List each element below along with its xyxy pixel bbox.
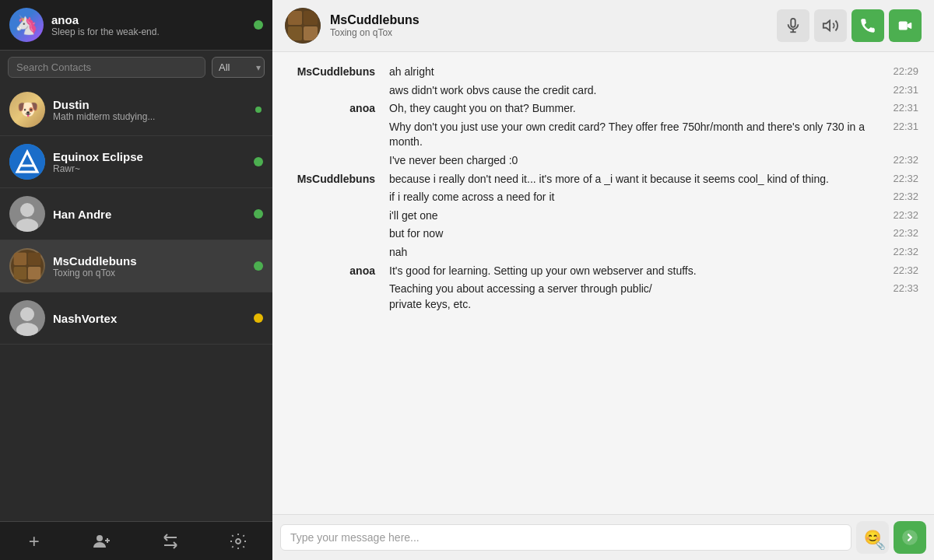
message-content: Teaching you about accessing a server th… [389,282,883,312]
svg-rect-19 [288,26,302,40]
chat-contact-status: Toxing on qTox [330,27,777,38]
contact-preview: Toxing on qTox [53,268,254,278]
filter-wrapper: All Online Offline [212,57,265,78]
message-content: Why don't you just use your own credit c… [389,120,883,150]
contact-name: Han Andre [53,208,254,221]
contact-preview: Rawr~ [53,163,254,174]
filter-select[interactable]: All Online Offline [212,57,265,78]
chat-panel: MsCuddlebuns Toxing on qTox [272,0,934,560]
status-indicator-nashvortex [254,313,263,323]
svg-rect-7 [28,253,40,265]
message-content: but for now [389,226,883,242]
avatar-equinox [9,144,45,180]
message-sender [288,190,389,191]
svg-point-3 [20,203,34,217]
message-sender [288,226,389,227]
search-input[interactable] [8,57,205,78]
chat-header: MsCuddlebuns Toxing on qTox [272,0,934,52]
message-row: Teaching you about accessing a server th… [288,282,918,312]
avatar: 🦄 [9,8,44,42]
message-input[interactable] [280,524,851,551]
svg-rect-9 [28,267,40,279]
message-sender [288,120,389,121]
add-button[interactable]: + [23,530,45,552]
avatar-mscuddlebuns [9,248,45,284]
svg-rect-20 [304,26,318,40]
message-row: i'll get one 22:32 [288,208,918,224]
chat-contact-avatar [285,8,321,44]
message-content: because i really don't need it... it's m… [389,172,883,187]
message-row: nah 22:32 [288,245,918,261]
svg-marker-24 [823,21,830,31]
add-contact-button[interactable] [91,530,113,552]
contact-name: NashVortex [53,312,254,325]
user-online-indicator [254,20,263,30]
contact-item-mscuddlebuns[interactable]: MsCuddlebuns Toxing on qTox [0,240,272,292]
chat-header-info: MsCuddlebuns Toxing on qTox [330,13,777,38]
message-content: I've never been charged :0 [389,153,883,169]
emoji-button[interactable]: 😊 📎 [856,521,889,554]
message-time: 22:31 [893,120,918,132]
message-time: 22:32 [893,172,918,184]
speaker-button[interactable] [814,9,847,42]
message-content: ah alright [389,65,883,80]
message-content: i'll get one [389,208,883,224]
mute-button[interactable] [777,9,809,42]
contact-info-nashvortex: NashVortex [53,312,254,325]
message-sender [288,153,389,154]
message-sender: anoa [288,264,389,277]
message-sender [288,245,389,246]
svg-rect-18 [304,11,318,25]
contact-item-han[interactable]: Han Andre [0,188,272,240]
message-content: Oh, they caught you on that? Bummer. [389,101,883,117]
svg-point-26 [903,530,917,544]
user-name: anoa [51,13,254,26]
svg-rect-25 [899,22,908,30]
contact-info-mscuddlebuns: MsCuddlebuns Toxing on qTox [53,254,254,278]
message-row: aws didn't work obvs cause the credit ca… [288,83,918,99]
message-time: 22:32 [893,245,918,257]
contact-item-dustin[interactable]: 🐶 Dustin Math midterm studying... [0,84,272,136]
sidebar-bottom-toolbar: + [0,521,272,560]
svg-rect-6 [14,253,26,265]
current-user-header: 🦄 anoa Sleep is for the weak-end. [0,0,272,51]
sidebar: 🦄 anoa Sleep is for the weak-end. All On… [0,0,272,560]
message-row: anoa It's good for learning. Setting up … [288,264,918,279]
message-content: It's good for learning. Setting up your … [389,264,883,279]
user-info: anoa Sleep is for the weak-end. [51,13,254,37]
status-indicator-han [254,209,263,219]
message-sender [288,208,389,209]
message-row: MsCuddlebuns because i really don't need… [288,172,918,187]
message-time: 22:33 [893,282,918,294]
message-sender [288,282,389,282]
chat-contact-name: MsCuddlebuns [330,13,777,27]
chat-header-actions [777,9,922,42]
message-row: if i really come across a need for it 22… [288,190,918,205]
contacts-list: 🐶 Dustin Math midterm studying... Equino… [0,84,272,521]
contact-name: Dustin [53,98,254,111]
message-time: 22:32 [893,226,918,239]
svg-point-4 [16,219,38,232]
message-content: if i really come across a need for it [389,190,883,205]
contact-item-equinox[interactable]: Equinox Eclipse Rawr~ [0,136,272,188]
send-button[interactable] [894,521,926,554]
message-time: 22:32 [893,153,918,166]
contact-info-han: Han Andre [53,208,254,221]
message-row: Why don't you just use your own credit c… [288,120,918,150]
svg-point-11 [16,323,38,336]
video-call-button[interactable] [889,9,922,42]
svg-rect-17 [288,11,302,25]
svg-point-12 [97,535,103,541]
chat-messages: MsCuddlebuns ah alright 22:29 aws didn't… [272,52,934,514]
contact-item-nashvortex[interactable]: NashVortex [0,292,272,345]
avatar-han [9,196,45,232]
avatar-dustin: 🐶 [9,92,45,128]
message-sender: anoa [288,101,389,114]
message-row: MsCuddlebuns ah alright 22:29 [288,65,918,80]
call-button[interactable] [851,9,884,42]
transfer-button[interactable] [160,530,181,552]
message-time: 22:29 [893,65,918,77]
contact-info-equinox: Equinox Eclipse Rawr~ [53,150,254,174]
settings-button[interactable] [227,530,249,552]
message-time: 22:31 [893,83,918,96]
